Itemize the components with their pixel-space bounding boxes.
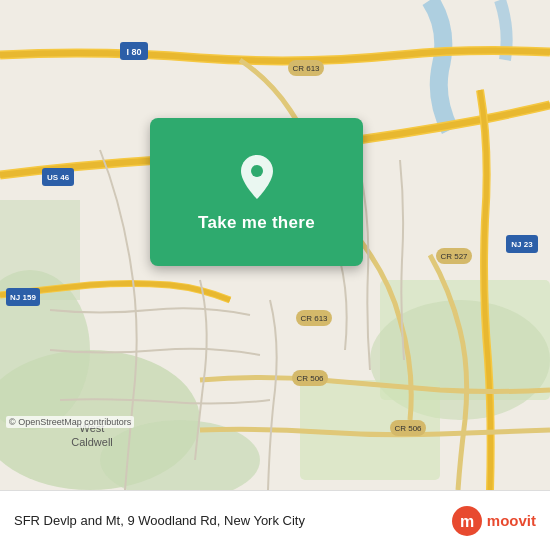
moovit-label: moovit (487, 512, 536, 529)
svg-text:CR 613: CR 613 (300, 314, 328, 323)
svg-text:I 80: I 80 (126, 47, 141, 57)
location-text: SFR Devlp and Mt, 9 Woodland Rd, New Yor… (14, 513, 451, 528)
svg-text:CR 506: CR 506 (394, 424, 422, 433)
osm-attribution: © OpenStreetMap contributors (6, 416, 134, 428)
location-icon-wrap (231, 151, 283, 203)
moovit-logo: m moovit (451, 505, 536, 537)
take-me-there-button[interactable]: Take me there (198, 213, 315, 233)
svg-text:US 46: US 46 (47, 173, 70, 182)
svg-text:NJ 159: NJ 159 (10, 293, 36, 302)
moovit-icon: m (451, 505, 483, 537)
location-card[interactable]: Take me there (150, 118, 363, 266)
map-container: I 80 US 46 US 46 NJ 23 NJ 159 CR 613 CR … (0, 0, 550, 490)
svg-point-30 (251, 165, 263, 177)
svg-text:m: m (460, 513, 474, 530)
svg-text:NJ 23: NJ 23 (511, 240, 533, 249)
svg-text:Caldwell: Caldwell (71, 436, 113, 448)
svg-text:CR 527: CR 527 (440, 252, 468, 261)
svg-text:CR 613: CR 613 (292, 64, 320, 73)
bottom-bar: SFR Devlp and Mt, 9 Woodland Rd, New Yor… (0, 490, 550, 550)
pin-icon (237, 153, 277, 201)
svg-text:CR 506: CR 506 (296, 374, 324, 383)
